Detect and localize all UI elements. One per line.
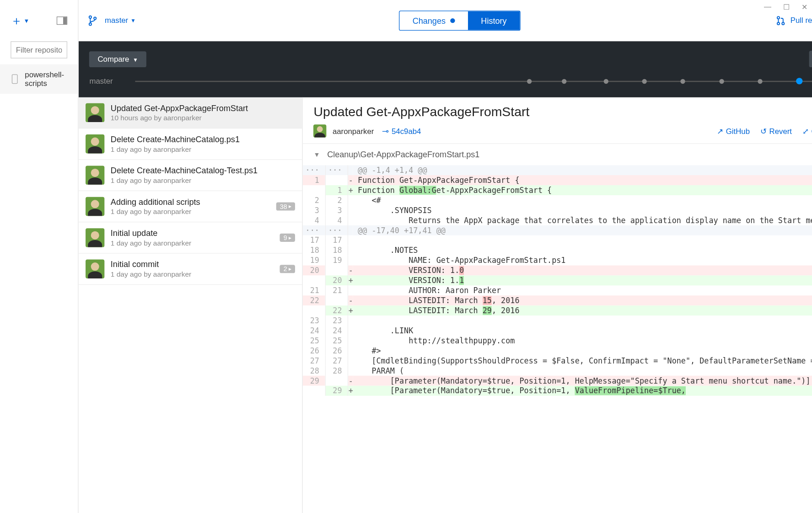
commit-node[interactable] <box>719 79 724 83</box>
commit-item-meta: 1 day ago by aaronparker <box>111 270 280 278</box>
file-header[interactable]: ▼ Cleanup\Get-AppxPackageFromStart.ps1 <box>303 144 812 165</box>
commit-node[interactable] <box>758 79 762 83</box>
revert-icon: ↺ <box>760 127 767 135</box>
repo-icon <box>12 75 18 84</box>
chevron-down-icon: ▼ <box>314 151 320 158</box>
view-toggle: Changes History <box>399 11 520 31</box>
commit-list: Updated Get-AppxPackageFromStart10 hours… <box>79 97 303 513</box>
plus-icon: ＋ <box>11 13 22 29</box>
svg-point-4 <box>777 22 780 24</box>
author-avatar <box>86 134 105 153</box>
commit-item-title: Delete Create-MachineCatalog-Test.ps1 <box>111 166 296 175</box>
commit-item-title: Initial update <box>111 228 280 238</box>
author-avatar <box>86 197 105 216</box>
commit-file-count-badge: 38 <box>276 202 296 210</box>
commit-item[interactable]: Adding additional scripts1 day ago by aa… <box>79 191 302 222</box>
author-avatar <box>86 103 105 122</box>
svg-point-3 <box>777 16 780 18</box>
branch-selector[interactable]: master ▼ <box>88 15 136 27</box>
commit-item-title: Updated Get-AppxPackageFromStart <box>111 103 296 113</box>
svg-point-0 <box>89 16 91 18</box>
commit-node[interactable] <box>527 79 532 83</box>
pull-request-button[interactable]: Pull request <box>776 16 812 25</box>
commit-item[interactable]: Delete Create-MachineCatalog.ps11 day ag… <box>79 128 302 160</box>
commit-node[interactable] <box>562 79 566 83</box>
repo-list: powershell-scripts <box>0 64 78 513</box>
commit-detail: Updated Get-AppxPackageFromStart aaronpa… <box>303 97 812 513</box>
author-avatar <box>314 124 327 137</box>
sidebar: ＋▼ powershell-scripts <box>0 0 79 513</box>
add-repo-button[interactable]: ＋▼ <box>11 13 29 29</box>
author-avatar <box>86 166 105 184</box>
sync-button[interactable]: ↻Sync <box>809 51 812 67</box>
commit-item[interactable]: Initial commit1 day ago by aaronparker2 <box>79 254 302 285</box>
collapse-icon: ⤢ <box>802 127 809 135</box>
commit-item[interactable]: Initial update1 day ago by aaronparker9 <box>79 222 302 253</box>
commit-file-count-badge: 2 <box>280 265 296 273</box>
commit-item[interactable]: Updated Get-AppxPackageFromStart10 hours… <box>79 97 302 128</box>
compare-button[interactable]: Compare▼ <box>89 51 146 67</box>
commit-item-meta: 1 day ago by aaronparker <box>111 208 276 216</box>
changes-tab[interactable]: Changes <box>399 11 468 30</box>
repo-name: powershell-scripts <box>25 70 66 88</box>
history-graph-panel: Compare▼ ↻Sync master <box>79 41 812 97</box>
collapse-all-button[interactable]: ⤢Collapse all <box>802 127 812 135</box>
commit-item-meta: 1 day ago by aaronparker <box>111 176 296 185</box>
commit-item[interactable]: Delete Create-MachineCatalog-Test.ps11 d… <box>79 160 302 191</box>
changes-indicator-icon <box>450 18 455 22</box>
caret-down-icon: ▼ <box>24 17 30 24</box>
branch-name: master <box>105 16 128 25</box>
branch-icon <box>88 15 98 27</box>
author-name: aaronparker <box>333 127 374 135</box>
commit-item-meta: 10 hours ago by aaronparker <box>111 114 296 122</box>
diff-view[interactable]: ······@@ -1,4 +1,4 @@1-Function Get-Appx… <box>303 165 812 513</box>
open-github-button[interactable]: ↗GitHub <box>717 127 750 135</box>
caret-down-icon: ▼ <box>133 57 138 63</box>
commit-node[interactable] <box>642 79 647 83</box>
commit-sha-link[interactable]: 54c9ab4 <box>382 126 421 136</box>
topbar: master ▼ Changes History Pull request ⚙ <box>79 0 812 41</box>
repo-item[interactable]: powershell-scripts <box>0 64 78 94</box>
svg-point-2 <box>94 17 97 19</box>
commit-node-selected[interactable] <box>796 78 802 84</box>
commit-item-title: Initial commit <box>111 260 280 269</box>
commit-item-title: Delete Create-MachineCatalog.ps1 <box>111 134 296 144</box>
commit-item-meta: 1 day ago by aaronparker <box>111 145 296 153</box>
revert-button[interactable]: ↺Revert <box>760 127 792 135</box>
commit-item-meta: 1 day ago by aaronparker <box>111 239 280 247</box>
author-avatar <box>86 228 105 247</box>
svg-point-1 <box>89 23 91 25</box>
commit-node[interactable] <box>604 79 608 83</box>
caret-down-icon: ▼ <box>130 17 136 23</box>
pull-request-icon <box>776 16 786 25</box>
commit-graph[interactable] <box>135 80 812 82</box>
commit-item-title: Adding additional scripts <box>111 197 276 207</box>
commit-node[interactable] <box>681 79 685 83</box>
history-tab[interactable]: History <box>468 11 520 30</box>
author-avatar <box>86 260 105 278</box>
commit-file-count-badge: 9 <box>280 234 296 242</box>
commit-title: Updated Get-AppxPackageFromStart <box>314 104 812 120</box>
graph-branch-label: master <box>89 77 135 86</box>
filter-repos-input[interactable] <box>11 41 67 58</box>
file-path: Cleanup\Get-AppxPackageFromStart.ps1 <box>327 150 479 160</box>
svg-point-5 <box>782 22 785 24</box>
external-link-icon: ↗ <box>717 127 723 135</box>
panel-toggle-icon[interactable] <box>57 16 67 25</box>
